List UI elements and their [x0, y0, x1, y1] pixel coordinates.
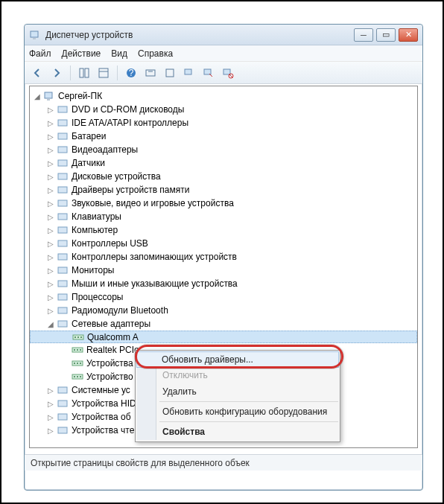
device-manager-window: Диспетчер устройств ─ ▭ ✕ Файл Действие … [24, 24, 423, 491]
close-button[interactable]: ✕ [399, 28, 418, 42]
node-label: Мыши и иные указывающие устройства [72, 278, 238, 289]
svg-rect-2 [80, 68, 83, 77]
tree-category[interactable]: ▷Клавиатуры [30, 210, 417, 223]
forward-button[interactable] [48, 65, 65, 81]
tree-category[interactable]: ▷Батареи [30, 130, 417, 143]
node-label: Устройства об [72, 412, 131, 422]
separator [70, 66, 71, 80]
back-button[interactable] [29, 65, 45, 81]
expand-icon[interactable]: ▷ [46, 199, 55, 208]
svg-rect-18 [58, 106, 67, 112]
tree-root[interactable]: ◢Сергей-ПК [30, 89, 417, 103]
svg-rect-11 [185, 69, 191, 74]
tb-icon-7[interactable] [200, 65, 217, 81]
menu-view[interactable]: Вид [111, 48, 127, 59]
expand-icon[interactable]: ▷ [46, 105, 55, 114]
tb-icon-5[interactable] [162, 65, 178, 81]
tree-category[interactable]: ▷Звуковые, видео и игровые устройства [30, 197, 417, 210]
svg-rect-54 [58, 427, 67, 433]
separator [117, 66, 118, 80]
svg-line-15 [229, 74, 232, 77]
minimize-button[interactable]: ─ [354, 28, 373, 42]
tb-icon-6[interactable] [181, 65, 197, 81]
node-label: Сергей-ПК [58, 91, 102, 101]
tree-category[interactable]: ▷Видеоадаптеры [30, 143, 417, 156]
expand-icon[interactable]: ▷ [46, 212, 55, 221]
menu-file[interactable]: Файл [29, 48, 51, 59]
expand-icon[interactable]: ▷ [46, 252, 55, 261]
tb-icon-8[interactable] [220, 65, 236, 81]
svg-point-45 [77, 363, 78, 364]
svg-point-46 [80, 363, 81, 364]
device-icon [57, 384, 69, 396]
svg-rect-17 [47, 99, 50, 101]
expand-icon[interactable]: ▷ [46, 226, 55, 235]
tree-category[interactable]: ▷Датчики [30, 156, 417, 170]
node-label: Системные ус [72, 385, 130, 395]
expand-icon[interactable]: ▷ [46, 185, 55, 194]
menu-update-drivers[interactable]: Обновить драйверы... [136, 351, 339, 368]
svg-rect-13 [223, 69, 230, 74]
tree-category[interactable]: ◢Сетевые адаптеры [30, 317, 417, 331]
tree-category[interactable]: ▷Драйверы устройств памяти [30, 183, 417, 197]
svg-rect-25 [58, 200, 67, 206]
tb-icon-2[interactable] [95, 65, 112, 81]
tree-category[interactable]: ▷Контроллеры USB [30, 237, 417, 250]
expand-icon[interactable]: ▷ [46, 386, 55, 395]
tree-category[interactable]: ▷Радиомодули Bluetooth [30, 304, 417, 317]
expand-icon[interactable]: ▷ [46, 293, 55, 302]
tree-category[interactable]: ▷Мыши и иные указывающие устройства [30, 277, 417, 290]
tree-category[interactable]: ▷IDE ATA/ATAPI контроллеры [30, 116, 417, 130]
expand-icon[interactable]: ▷ [46, 412, 55, 421]
maximize-button[interactable]: ▭ [376, 28, 396, 42]
menu-scan-hardware[interactable]: Обновить конфигурацию оборудования [137, 403, 338, 420]
menu-disable[interactable]: Отключить [137, 367, 338, 383]
menu-properties[interactable]: Свойства [137, 424, 338, 440]
tree-category[interactable]: ▷DVD и CD-ROM дисководы [30, 103, 417, 116]
svg-point-40 [74, 349, 75, 351]
device-icon [43, 90, 55, 102]
expand-icon[interactable]: ▷ [46, 399, 55, 408]
svg-rect-22 [58, 160, 67, 166]
toolbar: ? [25, 62, 422, 84]
menu-action[interactable]: Действие [62, 48, 101, 59]
expand-icon[interactable]: ▷ [46, 426, 55, 435]
svg-point-36 [74, 336, 76, 338]
menu-remove[interactable]: Удалить [137, 383, 338, 400]
device-icon [57, 130, 69, 142]
svg-rect-10 [166, 69, 174, 77]
help-button[interactable]: ? [123, 65, 139, 81]
expand-icon[interactable]: ▷ [46, 172, 55, 181]
svg-rect-21 [58, 147, 67, 153]
expand-icon[interactable]: ▷ [46, 145, 55, 154]
tb-icon-4[interactable] [142, 65, 159, 81]
tree-category[interactable]: ▷Дисковые устройства [30, 170, 417, 183]
tree-device[interactable]: Qualcomm A [30, 331, 417, 343]
expand-icon[interactable]: ▷ [46, 279, 55, 288]
svg-rect-52 [58, 401, 67, 406]
expand-icon[interactable]: ◢ [46, 319, 55, 328]
expand-icon[interactable]: ▷ [46, 239, 55, 248]
tb-icon-1[interactable] [76, 65, 92, 81]
expand-icon[interactable]: ▷ [46, 306, 55, 315]
expand-icon[interactable]: ▷ [46, 118, 55, 127]
svg-point-37 [77, 336, 79, 338]
context-separator [159, 401, 338, 402]
expand-icon[interactable]: ▷ [46, 266, 55, 275]
svg-point-50 [80, 376, 81, 377]
node-label: Устройства HID [72, 398, 136, 409]
menu-help[interactable]: Справка [138, 48, 173, 59]
collapse-icon[interactable]: ◢ [33, 92, 42, 101]
expand-icon[interactable]: ▷ [46, 132, 55, 141]
tree-category[interactable]: ▷Компьютер [30, 223, 417, 237]
tree-category[interactable]: ▷Мониторы [30, 264, 417, 277]
node-label: Устройства B [86, 358, 142, 369]
expand-icon[interactable]: ▷ [46, 159, 55, 168]
tree-category[interactable]: ▷Процессоры [30, 290, 417, 304]
node-label: Батареи [72, 131, 106, 141]
node-label: Дисковые устройства [72, 171, 161, 182]
node-label: Радиомодули Bluetooth [72, 305, 168, 316]
svg-rect-0 [31, 31, 38, 37]
tree-category[interactable]: ▷Контроллеры запоминающих устройств [30, 250, 417, 264]
device-icon [57, 197, 69, 209]
